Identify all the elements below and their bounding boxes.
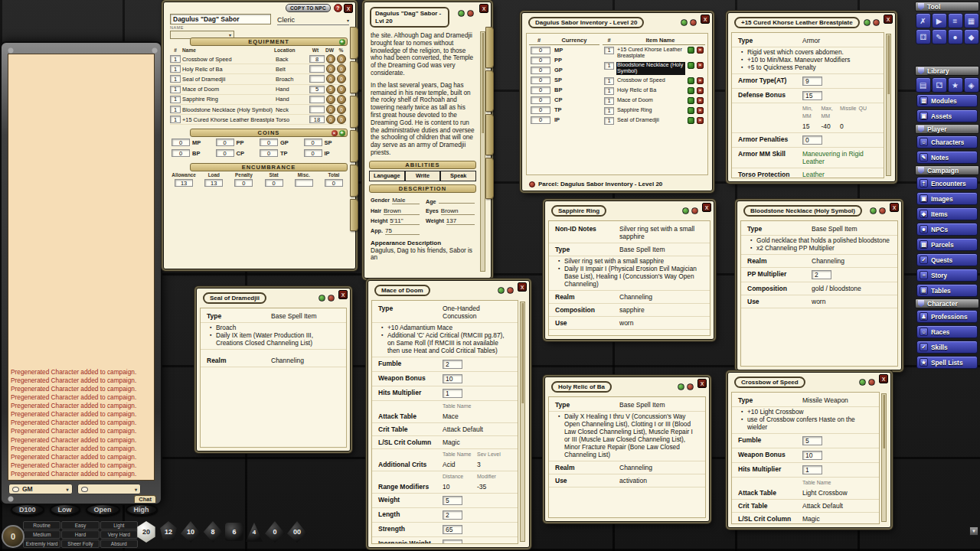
close-button[interactable]: X [879,374,888,383]
field-value[interactable]: Base Spell Item [619,401,699,409]
field-value[interactable]: 1 [443,389,462,398]
quantity-field[interactable]: 1 [604,117,614,125]
quantity-field[interactable]: 1 [170,106,181,113]
equipment-row[interactable]: 1 +15 Cured Khorse Leather Breastplate T… [170,115,346,125]
sidebar-button[interactable]: ✎ Notes [916,151,978,164]
quantity-field[interactable]: 1 [170,96,181,103]
field-value[interactable]: Channeling [619,293,704,301]
field-value[interactable]: Base Spell Item [271,312,340,320]
delete-item-button[interactable]: × [697,62,704,69]
field-value[interactable]: 2 [812,270,831,279]
parcel-link-icon[interactable] [529,181,535,187]
field-value[interactable]: gold / bloodstone [812,285,891,292]
item-name-link[interactable]: Sapphire Ring [182,96,274,103]
field-value[interactable]: Maneuvering in Rigid Leather [802,150,877,165]
window-tool-button[interactable]: ▦ [964,13,979,28]
item-title[interactable]: Mace of Doom [374,285,430,296]
weight-field[interactable] [309,106,325,113]
item-name-link[interactable]: Crossbow of Speed [616,77,685,84]
pin-icon[interactable] [690,19,697,26]
token-tool-button[interactable]: ● [948,29,963,44]
close-button[interactable]: X [884,15,893,24]
item-location[interactable]: Hand [276,86,308,93]
item-name-link[interactable]: Mace of Doom [182,86,274,93]
add-coin-button[interactable]: + [339,130,345,136]
field-value[interactable]: 10 [443,483,477,491]
sidebar-button[interactable]: ▥ Modules [916,94,978,107]
parcel-item-row[interactable]: 1 Crossbow of Speed × [603,76,705,86]
percent-badge[interactable]: 0 [337,115,346,124]
weight-field[interactable]: 18 [309,116,325,123]
dice-tool-button[interactable]: ⚃ [916,29,931,44]
equipment-row[interactable]: 1 Holy Relic of Ba Belt 0 0 [170,64,346,74]
name-field[interactable]: Dagulus "Dag" Sabor NAME [170,14,271,30]
chat-tab[interactable]: Chat [134,495,156,503]
open-item-button[interactable] [688,62,694,69]
pin-icon[interactable] [328,295,335,302]
field-value[interactable]: Brown [384,207,420,215]
weight-field[interactable]: 8 [309,55,325,63]
coin-input[interactable]: 0 [304,139,322,146]
unlock-icon[interactable] [498,287,505,294]
d8-die[interactable]: 8 [203,521,223,543]
quantity-field[interactable]: 1 [604,107,614,115]
encumbrance-value[interactable]: 13 [175,179,193,187]
coin-input[interactable]: 0 [304,149,322,157]
difficulty-button[interactable]: Absurd [100,540,138,548]
roll-button[interactable]: High [126,504,158,516]
encumbrance-value[interactable]: 13 [204,179,223,187]
record-tab[interactable] [485,27,494,68]
weight-field[interactable] [309,96,325,103]
close-button[interactable]: X [344,4,353,13]
d12-die[interactable]: 12 [158,521,178,543]
help-button[interactable]: ? [334,4,342,12]
sidebar-header-character[interactable]: Character [915,298,979,308]
record-title[interactable]: Dagulus "Dag" Sabor - Lvl 20 [370,7,449,28]
open-item-button[interactable] [688,107,694,114]
parcel-item-row[interactable]: 1 +15 Cured Khorse Leather Breastplate × [603,45,705,60]
open-item-button[interactable] [688,117,694,124]
quantity-field[interactable]: 1 [604,97,614,105]
add-item-button[interactable]: + [339,39,345,45]
parcel-item-row[interactable]: 1 Holy Relic of Ba × [603,86,705,96]
item-location[interactable]: Hand [276,96,308,103]
difficulty-button[interactable]: Medium [23,530,60,539]
modifier-stack[interactable]: 0 [2,525,24,548]
field-value[interactable]: 15 [802,91,822,100]
record-tab[interactable] [485,70,494,112]
percent-badge[interactable]: 0 [337,95,346,104]
close-button[interactable]: X [701,15,710,24]
close-button[interactable]: X [890,203,899,212]
parcel-item-row[interactable]: 1 Seal of Dramedjii × [603,116,705,126]
library-gem-button[interactable]: ◈ [964,77,979,93]
difficulty-button[interactable]: Light [100,521,138,530]
pin-icon[interactable] [691,207,698,214]
currency-input[interactable]: 0 [531,67,550,74]
currency-input[interactable]: 0 [531,86,550,94]
menu-tool-button[interactable]: ≡ [948,13,963,28]
currency-input[interactable]: 0 [531,116,550,124]
sidebar-button[interactable]: ♟ Professions [916,310,978,323]
field-value[interactable]: sapphire [619,306,704,314]
sidebar-button[interactable]: ☺ Characters [916,135,978,148]
open-item-button[interactable] [688,97,694,104]
encumbrance-value[interactable]: 0 [265,179,283,187]
item-name-link[interactable]: Mace of Doom [616,97,685,104]
field-value[interactable]: Base Spell Item [619,246,704,253]
d20-die[interactable]: 20 [136,521,156,543]
scrollbar-thumb[interactable] [482,33,484,133]
field-value[interactable]: One-Handed Concussion [443,305,511,320]
dw-badge[interactable]: 0 [326,105,335,114]
field-value[interactable]: 5'11" [390,217,420,225]
copy-to-npc-button[interactable]: COPY TO NPC [286,4,331,12]
equipment-row[interactable]: 1 Mace of Doom Hand 5 5 0 [170,85,346,95]
encumbrance-value[interactable]: 0 [325,179,343,187]
item-name-link[interactable]: +15 Cured Khorse Leather Breastplate [182,116,274,123]
quantity-field[interactable]: 1 [604,77,614,85]
quantity-field[interactable]: 1 [604,47,614,54]
chat-log-area[interactable]: Pregenerated Character added to campaign… [8,54,155,481]
library-dice-button[interactable]: ⚁ [932,77,947,93]
weight-field[interactable] [309,75,325,83]
field-value[interactable]: 2 [443,510,462,520]
field-value[interactable]: Magic [802,515,873,523]
